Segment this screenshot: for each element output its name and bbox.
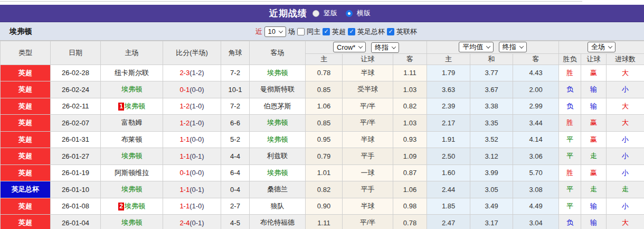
handicap-away-odds: 0.98	[393, 198, 427, 215]
europe-time-select[interactable]: 终指	[499, 42, 527, 52]
result-winloss: 平	[559, 148, 581, 165]
full-score: 1-1	[179, 152, 190, 160]
half-score: (1-0)	[190, 202, 204, 210]
home-team-cell: 埃弗顿	[101, 215, 163, 229]
handicap-line: 平/半	[343, 215, 393, 229]
handicap-home-odds: 0.78	[306, 65, 343, 81]
half-score: (0-0)	[190, 86, 204, 94]
match-date: 26-01-10	[51, 181, 101, 198]
handicap-line: 平/半	[343, 115, 393, 132]
handicap-home-odds: 1.11	[306, 215, 343, 229]
horizontal-layout-label[interactable]: 横版	[357, 8, 371, 18]
match-count-value: 10	[268, 28, 276, 35]
home-team-cell: 布莱顿	[101, 131, 163, 148]
corner-score: 10-1	[221, 81, 250, 98]
score-cell: 0-1(0-0)	[163, 81, 221, 98]
table-row: 英超 26-01-27 埃弗顿 1-1(0-1) 4-4 利兹联 0.79 平手…	[1, 148, 644, 165]
chevron-down-icon	[519, 44, 524, 49]
title-bar: 近期战绩 竖版 横版	[0, 5, 644, 22]
table-row: 英足总杯 26-01-10 埃弗顿 1-1(0-1) 0-4 桑德兰 0.82 …	[1, 181, 644, 198]
handicap-time-value: 终指	[375, 43, 389, 52]
europe-away-odds: 2.99	[513, 98, 559, 115]
match-count-select[interactable]: 10	[264, 26, 286, 37]
result-winloss: 负	[559, 81, 581, 98]
handicap-time-select[interactable]: 终指	[371, 42, 399, 53]
europe-away-odds: 4.14	[513, 131, 559, 148]
score-cell: 1-1(1-0)	[163, 198, 221, 215]
layout-radio-group: 竖版 横版	[312, 8, 375, 18]
away-team-cell: 曼彻斯特联	[250, 81, 306, 98]
near-label: 近	[255, 27, 262, 36]
page-title: 近期战绩	[269, 7, 307, 20]
away-team-cell: 埃弗顿	[250, 131, 306, 148]
fulltime-select[interactable]: 全场	[588, 42, 615, 52]
vertical-layout-label[interactable]: 竖版	[324, 8, 337, 18]
handicap-group-header: Crow* 终指	[306, 41, 427, 54]
league-type-cell: 英超	[1, 215, 51, 229]
average-value: 平均值	[462, 42, 483, 52]
home-team-name: 纽卡斯尔联	[115, 69, 149, 77]
handicap-home-odds: 0.85	[306, 115, 343, 132]
bookmaker-value: Crow*	[337, 43, 355, 51]
away-team-cell: 利兹联	[250, 148, 306, 165]
europe-home-odds: 1.91	[427, 131, 470, 148]
subheader-result-goals: 进球数	[607, 53, 644, 65]
chevron-down-icon	[608, 44, 612, 49]
handicap-home-odds: 0.90	[306, 198, 343, 215]
europe-home-odds: 1.79	[427, 65, 470, 81]
table-row: 英超 26-01-19 阿斯顿维拉 0-1(0-0) 6-4 埃弗顿 1.01 …	[1, 164, 644, 181]
result-handicap: 赢	[581, 164, 607, 181]
away-team-cell: 狼队	[250, 198, 306, 215]
full-score: 1-1	[179, 135, 190, 143]
europe-home-odds: 2.50	[427, 148, 470, 165]
subheader-handicap-line: 让球	[343, 53, 393, 65]
corner-score: 2-7	[221, 198, 250, 215]
europe-group-header: 平均值 终指	[427, 41, 559, 54]
same-home-checkbox[interactable]	[297, 28, 305, 35]
league-label-facup: 英足总杯	[357, 27, 385, 36]
result-handicap: 输	[581, 198, 607, 215]
half-score: (1-0)	[190, 119, 204, 127]
half-score: (1-2)	[190, 69, 204, 77]
corner-score: 4-4	[221, 148, 250, 165]
handicap-line: 半球	[343, 65, 393, 81]
score-cell: 2-3(1-2)	[163, 65, 221, 81]
recent-results-table: 类型 日期 主场 比分(半场) 角球 客场 Crow* 终指 平均值 终指 全场…	[0, 41, 644, 229]
horizontal-layout-radio[interactable]	[346, 10, 353, 17]
score-cell: 1-2(1-0)	[163, 115, 221, 132]
handicap-line: 平/半	[343, 98, 393, 115]
result-winloss: 胜	[559, 164, 581, 181]
league-type-cell: 英超	[1, 115, 51, 132]
full-score: 1-2	[179, 102, 190, 110]
subheader-europe-away: 客	[513, 53, 559, 65]
home-team-name: 阿斯顿维拉	[115, 169, 149, 177]
vertical-layout-radio[interactable]	[312, 10, 319, 17]
bookmaker-select[interactable]: Crow*	[333, 42, 366, 52]
away-team-name: 埃弗顿	[267, 69, 288, 77]
home-team-name: 埃弗顿	[121, 85, 142, 93]
handicap-home-odds: 0.79	[306, 148, 343, 165]
average-select[interactable]: 平均值	[459, 42, 494, 52]
result-goals: 小	[607, 164, 644, 181]
europe-draw-odds: 3.17	[470, 215, 513, 229]
away-team-cell: 桑德兰	[250, 181, 306, 198]
league-type-cell: 英超	[1, 198, 51, 215]
handicap-away-odds: 1.03	[393, 81, 427, 98]
home-team-name: 布莱顿	[121, 135, 142, 143]
league-checkbox-premier[interactable]: ✓	[323, 28, 330, 35]
col-header-away: 客场	[250, 41, 306, 65]
handicap-away-odds: 0.87	[393, 164, 427, 181]
result-handicap: 走	[581, 181, 607, 198]
handicap-away-odds: 0.93	[393, 131, 427, 148]
top-divider	[0, 1, 582, 2]
corner-score: 7-2	[221, 98, 250, 115]
corner-score: 4-5	[221, 215, 250, 229]
europe-away-odds: 3.04	[513, 215, 559, 229]
europe-draw-odds: 3.12	[470, 148, 513, 165]
handicap-line: 半球	[343, 198, 393, 215]
handicap-away-odds: 1.06	[393, 181, 427, 198]
league-checkbox-facup[interactable]: ✓	[348, 28, 355, 35]
europe-draw-odds: 3.77	[470, 65, 513, 81]
score-cell: 1-1(0-1)	[163, 148, 221, 165]
league-checkbox-eflcup[interactable]: ✓	[387, 28, 394, 35]
